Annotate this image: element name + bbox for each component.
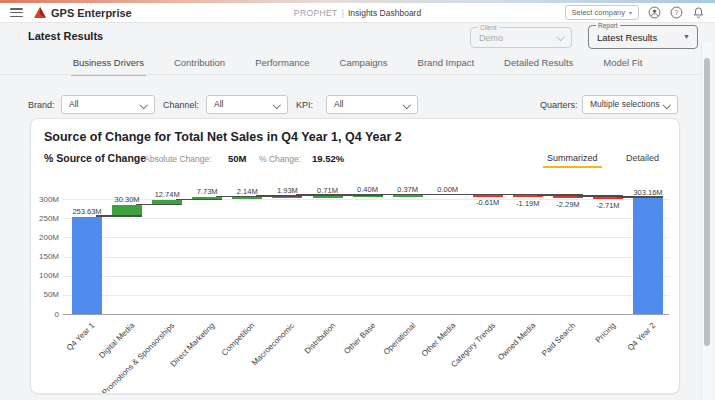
client-select-label: Client [478,24,499,32]
results-card: Source of Change for Total Net Sales in … [30,118,680,394]
app-logo-icon [34,7,46,18]
filter-select-quarters[interactable]: Multiple selections [582,95,678,114]
select-company-label: Select company [572,8,625,17]
percent-change-label: % Change: [259,154,301,164]
chart-title: Source of Change for Total Net Sales in … [44,130,402,144]
x-axis-category-label: Operational [381,321,417,357]
filter-select-kpi[interactable]: All [326,95,418,114]
breadcrumb: PROPHET | Insights Dashboard [294,3,421,23]
x-axis-category-label: Digital Media [97,321,136,360]
app-brand: GPS Enterprise [51,7,132,19]
x-axis-category-label: Other Media [420,321,457,358]
select-company-button[interactable]: Select company ▾ [565,5,639,20]
toggle-detailed[interactable]: Detailed [626,153,659,163]
waterfall-bar-category-trends[interactable] [473,195,503,197]
y-axis-tick-label: 150M [31,252,59,261]
gridline [63,276,669,277]
x-axis-line [63,314,669,315]
breadcrumb-product: PROPHET [294,8,338,18]
waterfall-connector [617,196,663,198]
report-select-label: Report [596,22,620,30]
filter-label-kpi: KPI: [296,100,313,110]
menu-icon[interactable] [10,8,23,17]
tabs-divider [0,74,701,75]
x-axis-category-label: Competition [220,321,257,358]
svg-text:?: ? [675,9,679,16]
x-axis-category-label: Owned Media [496,321,537,362]
breadcrumb-separator: | [342,8,344,18]
waterfall-bar-q4-year-2[interactable] [633,198,663,314]
x-axis-category-label: Other Base [342,321,377,356]
y-axis-tick-label: 250M [31,214,59,223]
waterfall-connector [136,204,182,206]
toggle-summarized[interactable]: Summarized [547,153,598,163]
gridline [63,295,669,296]
waterfall-chart: 050M100M150M200M250M300M253.63MQ4 Year 1… [31,177,679,393]
filter-label-brand: Brand: [28,100,55,110]
report-select[interactable]: Report Latest Results ▼ [588,25,698,49]
y-axis-tick-label: 200M [31,233,59,242]
scrollbar-thumb[interactable] [704,58,710,346]
gridline [63,257,669,258]
y-axis-tick-label: 300M [31,195,59,204]
waterfall-bar-operational[interactable] [393,195,423,197]
client-select: Client Demo [470,27,572,48]
gridline [63,218,669,219]
x-axis-category-label: Distribution [302,321,337,356]
toggle-active-underline [543,166,602,168]
page-title: Latest Results [28,30,103,42]
breadcrumb-page: Insights Dashboard [348,8,421,18]
filter-label-quarters: Quarters: [540,100,578,110]
filter-select-brand[interactable]: All [61,95,155,114]
absolute-change-label: Absolute Change: [144,154,212,164]
bar-value-label: -2.71M [580,201,636,210]
waterfall-bar-other-base[interactable] [353,195,383,197]
x-axis-category-label: Direct Marketing [169,321,217,369]
percent-change-value: 19.52% [312,153,344,164]
help-icon[interactable]: ? [670,6,683,19]
metric-label: % Source of Change [44,152,146,164]
x-axis-category-label: Pricing [594,321,618,345]
absolute-change-value: 50M [228,153,246,164]
x-axis-category-label: Q4 Year 1 [65,321,97,353]
filter-select-channel[interactable]: All [206,95,288,114]
y-axis-tick-label: 50M [31,290,59,299]
waterfall-connector [176,199,222,201]
app-header: GPS Enterprise PROPHET | Insights Dashbo… [0,3,715,23]
y-axis-tick-label: 0 [31,310,59,319]
notifications-icon[interactable] [692,6,705,19]
waterfall-bar-distribution[interactable] [313,196,343,198]
chevron-down-icon: ▾ [629,9,632,16]
waterfall-connector [96,215,142,217]
account-icon[interactable] [648,6,661,19]
y-axis-tick-label: 100M [31,271,59,280]
caret-down-icon: ▼ [683,33,690,40]
x-axis-category-label: Q4 Year 2 [626,321,658,353]
gridline [63,237,669,238]
waterfall-bar-q4-year-1[interactable] [72,217,102,314]
x-axis-category-label: Macroeconomic [250,321,296,367]
x-axis-category-label: Promotions & Sponsorships [100,321,176,394]
x-axis-category-label: Paid Search [540,321,577,358]
filter-label-channel: Channel: [163,100,199,110]
